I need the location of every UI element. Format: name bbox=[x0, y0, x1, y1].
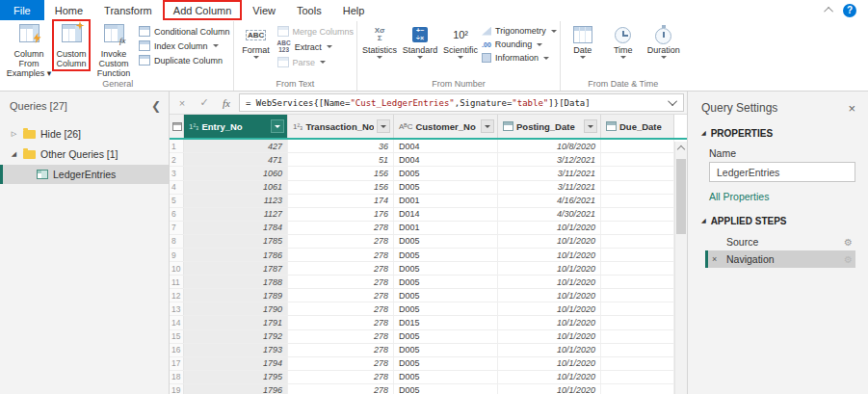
discard-formula-icon[interactable]: × bbox=[172, 97, 192, 109]
collapse-ribbon-icon[interactable] bbox=[824, 7, 833, 16]
row-number[interactable]: 11 bbox=[170, 276, 184, 288]
table-cell[interactable] bbox=[601, 167, 674, 179]
trigonometry-button[interactable]: Trigonometry bbox=[482, 26, 557, 36]
table-cell[interactable] bbox=[601, 357, 674, 370]
table-cell[interactable]: 278 bbox=[288, 235, 394, 248]
table-cell[interactable]: 1795 bbox=[184, 371, 288, 383]
table-cell[interactable] bbox=[601, 316, 674, 328]
table-cell[interactable]: 1787 bbox=[184, 262, 288, 275]
duplicate-column-button[interactable]: Duplicate Column bbox=[139, 55, 230, 66]
rounding-button[interactable]: .00 Rounding bbox=[482, 39, 557, 49]
row-number[interactable]: 4 bbox=[170, 181, 184, 194]
table-cell[interactable]: 4/16/2021 bbox=[498, 195, 601, 207]
table-cell[interactable] bbox=[601, 153, 674, 166]
step-settings-gear-icon[interactable]: ⚙ bbox=[844, 254, 853, 265]
step-settings-gear-icon[interactable]: ⚙ bbox=[844, 237, 853, 248]
query-item-hide[interactable]: ▷Hide [26] bbox=[0, 124, 169, 144]
table-cell[interactable]: D005 bbox=[394, 384, 498, 394]
query-item-ledgerentries[interactable]: LedgerEntries bbox=[0, 165, 169, 184]
scrollbar-thumb[interactable] bbox=[676, 159, 686, 234]
tab-view[interactable]: View bbox=[242, 0, 286, 20]
table-cell[interactable]: 1123 bbox=[184, 195, 288, 207]
tree-expander-icon[interactable]: ◢ bbox=[10, 150, 18, 158]
tab-add-column[interactable]: Add Column bbox=[163, 0, 243, 20]
row-number[interactable]: 9 bbox=[170, 249, 184, 261]
expand-formula-bar-icon[interactable] bbox=[668, 96, 677, 106]
time-button[interactable]: Time bbox=[604, 21, 643, 59]
table-cell[interactable] bbox=[601, 181, 674, 194]
applied-steps-section-header[interactable]: ◢ APPLIED STEPS bbox=[701, 216, 855, 226]
table-cell[interactable]: 1796 bbox=[184, 384, 288, 394]
index-column-button[interactable]: Index Column bbox=[139, 40, 230, 51]
table-cell[interactable]: 36 bbox=[288, 140, 394, 152]
statistics-button[interactable]: ΧσΣ Statistics bbox=[360, 21, 399, 59]
extract-button[interactable]: ABC123 Extract bbox=[277, 40, 355, 53]
table-cell[interactable]: 10/1/2020 bbox=[498, 249, 601, 261]
table-cell[interactable]: 1061 bbox=[184, 181, 288, 194]
tab-help[interactable]: Help bbox=[332, 0, 376, 20]
table-cell[interactable]: 10/1/2020 bbox=[498, 262, 601, 275]
table-cell[interactable]: 10/1/2020 bbox=[498, 357, 601, 370]
invoke-custom-function-button[interactable]: fx Invoke Custom Function bbox=[91, 21, 137, 78]
standard-button[interactable]: +−÷× Standard bbox=[401, 21, 439, 59]
table-cell[interactable]: D005 bbox=[394, 262, 498, 275]
delete-step-icon[interactable]: × bbox=[712, 254, 717, 264]
query-item-other[interactable]: ◢Other Queries [1] bbox=[0, 144, 169, 164]
table-cell[interactable] bbox=[601, 195, 674, 207]
formula-input[interactable]: = WebServices{[Name="Cust_LedgerEntries"… bbox=[239, 93, 684, 112]
row-number[interactable]: 13 bbox=[170, 302, 184, 315]
table-cell[interactable]: D005 bbox=[394, 289, 498, 302]
table-cell[interactable]: 10/1/2020 bbox=[498, 222, 601, 234]
table-cell[interactable]: 10/1/2020 bbox=[498, 302, 601, 315]
tab-home[interactable]: Home bbox=[44, 0, 93, 20]
column-from-examples-button[interactable]: Column From Examples ▾ bbox=[6, 21, 52, 78]
row-number[interactable]: 15 bbox=[170, 330, 184, 343]
row-number[interactable]: 1 bbox=[170, 140, 184, 152]
table-cell[interactable]: 3/11/2021 bbox=[498, 181, 601, 194]
parse-button[interactable]: Parse bbox=[277, 57, 355, 67]
table-cell[interactable]: D005 bbox=[394, 330, 498, 343]
table-cell[interactable]: 278 bbox=[288, 316, 394, 328]
filter-dropdown-icon[interactable] bbox=[481, 119, 494, 133]
close-query-settings-icon[interactable]: × bbox=[848, 102, 855, 115]
row-number[interactable]: 5 bbox=[170, 195, 184, 207]
table-cell[interactable]: 278 bbox=[288, 222, 394, 234]
table-cell[interactable] bbox=[601, 222, 674, 234]
row-number[interactable]: 14 bbox=[170, 316, 184, 328]
query-name-input[interactable]: LedgerEntries bbox=[709, 162, 855, 182]
table-cell[interactable]: 1789 bbox=[184, 289, 288, 302]
table-cell[interactable]: 1060 bbox=[184, 167, 288, 179]
table-cell[interactable]: 278 bbox=[288, 371, 394, 383]
table-cell[interactable]: D001 bbox=[394, 195, 498, 207]
table-cell[interactable]: 1784 bbox=[184, 222, 288, 234]
column-header-transaction_no[interactable]: 1²₃Transaction_No bbox=[288, 115, 394, 138]
tree-expander-icon[interactable]: ▷ bbox=[10, 130, 18, 138]
table-cell[interactable] bbox=[601, 289, 674, 302]
merge-columns-button[interactable]: Merge Columns bbox=[277, 26, 355, 37]
table-cell[interactable]: 278 bbox=[288, 262, 394, 275]
column-header-posting_date[interactable]: Posting_Date bbox=[498, 115, 601, 138]
table-cell[interactable]: 278 bbox=[288, 302, 394, 315]
table-cell[interactable]: D005 bbox=[394, 357, 498, 370]
table-cell[interactable]: D005 bbox=[394, 302, 498, 315]
tab-transform[interactable]: Transform bbox=[93, 0, 163, 20]
column-header-customer_no[interactable]: AᴮCCustomer_No bbox=[394, 115, 498, 138]
table-cell[interactable]: 176 bbox=[288, 208, 394, 221]
table-cell[interactable]: 1794 bbox=[184, 357, 288, 370]
select-all-table-icon[interactable] bbox=[170, 115, 184, 138]
properties-section-header[interactable]: ◢ PROPERTIES bbox=[701, 128, 855, 139]
table-cell[interactable]: 1791 bbox=[184, 316, 288, 328]
applied-step-source[interactable]: Source⚙ bbox=[705, 233, 855, 250]
row-number[interactable]: 18 bbox=[170, 371, 184, 383]
table-cell[interactable]: 156 bbox=[288, 181, 394, 194]
row-number[interactable]: 6 bbox=[170, 208, 184, 221]
table-cell[interactable]: 10/1/2020 bbox=[498, 371, 601, 383]
table-cell[interactable]: 1792 bbox=[184, 330, 288, 343]
table-cell[interactable]: D004 bbox=[394, 140, 498, 152]
table-cell[interactable]: 471 bbox=[184, 153, 288, 166]
row-number[interactable]: 3 bbox=[170, 167, 184, 179]
row-number[interactable]: 17 bbox=[170, 357, 184, 370]
row-number[interactable]: 12 bbox=[170, 289, 184, 302]
table-cell[interactable]: D005 bbox=[394, 181, 498, 194]
all-properties-link[interactable]: All Properties bbox=[709, 191, 855, 202]
